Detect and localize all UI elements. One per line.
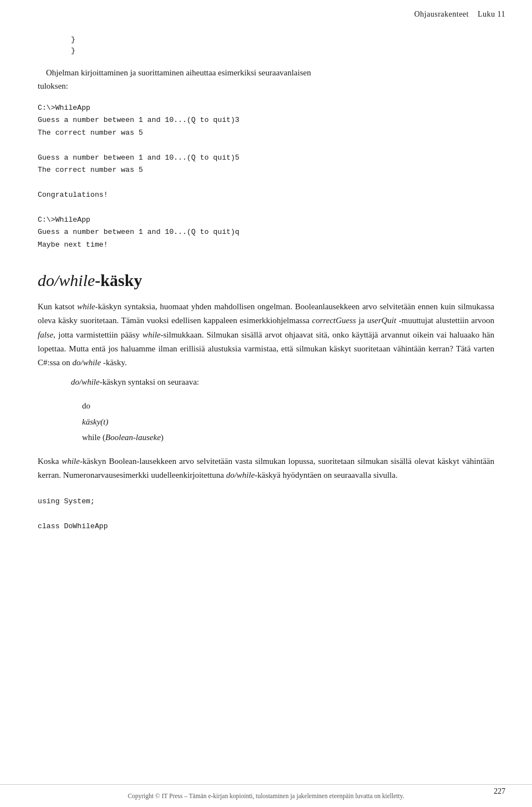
heading-dowhile-italic: do/while — [38, 271, 95, 290]
code-block-2: using System; class DoWhileApp — [38, 496, 494, 533]
heading-suffix: -käsky — [95, 271, 142, 290]
page-number: 227 — [494, 787, 505, 796]
brace-line2: } — [71, 45, 494, 57]
main-content: } } Ohjelman kirjoittaminen ja suorittam… — [0, 34, 532, 586]
syntax-line-do: do — [82, 398, 494, 414]
intro-paragraph: Ohjelman kirjoittaminen ja suorittaminen… — [38, 66, 494, 94]
header-right: Luku 11 — [478, 10, 505, 18]
syntax-block: do käsky(t) while (Boolean-lauseke) — [82, 398, 494, 446]
section-heading: do/while-käsky — [38, 271, 494, 290]
page-header: Ohjausrakenteet Luku 11 — [0, 0, 532, 24]
syntax-line-while: while (Boolean-lauseke) — [82, 430, 494, 446]
code-block-1: C:\>WhileApp Guess a number between 1 an… — [38, 102, 494, 251]
footer-copyright: Copyright © IT Press – Tämän e-kirjan ko… — [128, 793, 405, 799]
closing-braces: } } — [71, 34, 494, 57]
syntax-line-body: käsky(t) — [82, 414, 494, 430]
brace-line1: } — [71, 34, 494, 45]
body-paragraph-1: Kun katsot while-käskyn syntaksia, huoma… — [38, 300, 494, 370]
body-paragraph-2: do/while-käskyn syntaksi on seuraava: — [71, 375, 494, 389]
header-title: Ohjausrakenteet Luku 11 — [414, 10, 505, 19]
header-left: Ohjausrakenteet — [414, 10, 468, 18]
page-footer: Copyright © IT Press – Tämän e-kirjan ko… — [0, 784, 532, 807]
body-paragraph-3: Koska while-käskyn Boolean-lausekkeen ar… — [38, 454, 494, 482]
